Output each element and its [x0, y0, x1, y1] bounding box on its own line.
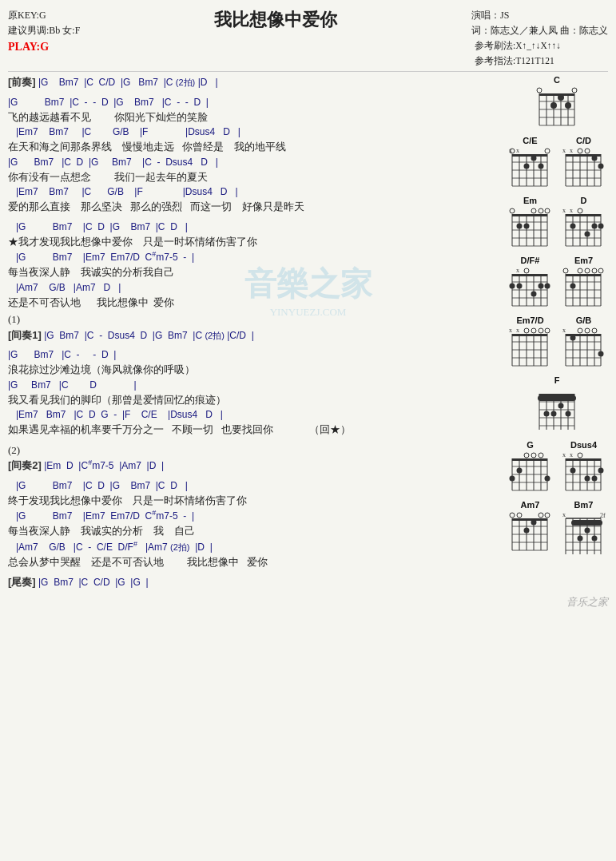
chord-DFs-name: D/F# [508, 256, 552, 265]
chord-diagrams-panel: C [503, 74, 608, 592]
chord-CE-diagram: x x [508, 146, 552, 190]
svg-point-168 [550, 411, 556, 417]
svg-rect-171 [512, 458, 547, 461]
v3l2-lyrics: 每当夜深人静 我诚实的分析 我 自己 [8, 523, 503, 539]
chord-F-diagram [535, 386, 579, 434]
chorus1b-lyrics: 每当夜深人静 我诚实的分析我自己 [8, 264, 503, 280]
svg-point-118 [585, 268, 590, 273]
chord-D-name: D [562, 196, 606, 205]
svg-text:x: x [516, 267, 519, 274]
v2l2-chords: |G Bm7 |C D | [8, 378, 503, 392]
svg-point-13 [565, 102, 571, 109]
v2l2-lyrics: 我又看见我们的脚印（那曾是爱情回忆的痕迹） [8, 392, 503, 408]
chord-Em7-diagram [562, 266, 606, 310]
chord-C-diagram [535, 85, 579, 129]
interlude1-label: [间奏1] [8, 329, 42, 341]
svg-text:x: x [570, 207, 573, 214]
section-v3: |G Bm7 |C D |G Bm7 |C D | 终于发现我比想像中爱你 只是… [8, 478, 503, 570]
svg-point-221 [524, 528, 530, 534]
v2l1-lyrics: 浪花掠过沙滩边境（海风就像你的呼吸） [8, 362, 503, 378]
svg-point-183 [531, 453, 536, 458]
svg-point-205 [598, 468, 604, 474]
svg-text:2fr: 2fr [600, 512, 606, 519]
chord-DFs-diagram: x [508, 266, 552, 310]
svg-point-187 [545, 476, 550, 482]
svg-rect-236 [571, 520, 602, 526]
section-interlude1: [间奏1] |G Bm7 |C - Dsus4 D |G Bm7 |C (2拍)… [8, 327, 503, 343]
interlude2-chords: [间奏2] |Em D |C#m7-5 |Am7 |D | [8, 458, 503, 474]
svg-point-67 [524, 224, 530, 229]
svg-rect-86 [512, 274, 547, 276]
svg-point-169 [558, 403, 563, 409]
chord-CD: C/D x x [562, 136, 606, 190]
chord-D: D x x [562, 196, 606, 250]
svg-point-137 [545, 328, 550, 333]
chord-Am7-name: Am7 [508, 500, 552, 510]
svg-point-154 [598, 351, 604, 357]
chord-G: G [508, 440, 552, 494]
intro-chords: [前奏] |G Bm7 |C C/D |G Bm7 |C (2拍) |D | [8, 74, 503, 90]
chord-GB-diagram: x [562, 326, 606, 370]
chord-C-name: C [535, 75, 579, 85]
v1l4-lyrics: 爱的那么直接 那么坚决 那么的强烈 而这一切 好像只是昨天 [8, 199, 503, 215]
svg-point-103 [545, 284, 550, 289]
play-key: PLAY:G [8, 38, 80, 56]
svg-rect-51 [512, 214, 547, 216]
svg-point-167 [543, 411, 549, 417]
v3l2-chords: |G Bm7 |Em7 Em7/D C#m7-5 - | [8, 508, 503, 523]
svg-text:x: x [562, 207, 566, 214]
svg-rect-16 [512, 154, 547, 157]
page: 原KEY:G 建议男调:Bb 女:F PLAY:G 我比想像中爱你 演唱：JS … [0, 0, 616, 617]
mark1: (1) [8, 311, 503, 327]
v1l3-chords: |G Bm7 |C D |G Bm7 |C - Dsus4 D | [8, 155, 503, 169]
chord-C: C [535, 75, 579, 129]
svg-point-63 [545, 208, 550, 213]
svg-text:x: x [562, 451, 566, 458]
chord-Em7D-diagram: x x [508, 326, 552, 370]
v1l2-chords: |Em7 Bm7 |C G/B |F |Dsus4 D | [8, 125, 503, 139]
svg-rect-206 [512, 518, 547, 521]
lyricist: 词：陈志义／兼人凤 曲：陈志义 [471, 23, 608, 38]
chord-G-name: G [508, 440, 552, 450]
svg-text:x: x [562, 327, 566, 334]
strum: 参考刷法:X↑_↑↓X↑↑↓ [475, 38, 608, 53]
v2l3-chords: |Em7 Bm7 |C D G - |F C/E |Dsus4 D | [8, 407, 503, 422]
svg-point-222 [531, 520, 537, 526]
header-right: 演唱：JS 词：陈志义／兼人凤 曲：陈志义 参考刷法:X↑_↑↓X↑↑↓ 参考指… [471, 8, 608, 68]
chord-Dsus4-diagram: x x [562, 450, 606, 494]
svg-point-47 [578, 149, 582, 153]
main-content: [前奏] |G Bm7 |C C/D |G Bm7 |C (2拍) |D | |… [8, 74, 608, 592]
chord-Em7D-name: Em7/D [508, 315, 552, 325]
chord-F: F [535, 375, 579, 434]
chord-CD-diagram: x x [562, 146, 606, 190]
svg-point-135 [531, 328, 536, 333]
svg-point-31 [539, 164, 544, 169]
chorus1-chords: |G Bm7 |C D |G Bm7 |C D | [8, 220, 503, 234]
v1l3-lyrics: 你有没有一点想念 我们一起去年的夏天 [8, 169, 503, 185]
svg-point-153 [570, 335, 576, 341]
svg-point-15 [550, 102, 557, 109]
chord-F-row: F [534, 375, 581, 434]
svg-point-136 [539, 328, 543, 333]
outro-label: [尾奏] [8, 576, 36, 588]
svg-rect-104 [566, 274, 601, 276]
svg-rect-188 [566, 458, 601, 461]
svg-point-50 [598, 164, 604, 169]
chord-Am7-diagram [508, 510, 552, 554]
chord-DFs-Em7-row: D/F# x [507, 255, 607, 311]
interlude1-chords: [间奏1] |G Bm7 |C - Dsus4 D |G Bm7 |C (2拍)… [8, 327, 503, 343]
svg-point-119 [578, 268, 582, 273]
svg-text:x: x [516, 327, 519, 334]
section-chorus1: |G Bm7 |C D |G Bm7 |C D | ★我才发现我比想像中爱你 只… [8, 220, 503, 311]
svg-point-81 [578, 208, 582, 213]
svg-point-203 [585, 476, 590, 482]
v1l4-chords: |Em7 Bm7 |C G/B |F |Dsus4 D | [8, 184, 503, 199]
svg-text:x: x [570, 147, 573, 154]
footer-text: 音乐之家 [566, 596, 608, 608]
svg-point-170 [565, 411, 570, 417]
svg-point-220 [539, 513, 543, 518]
chord-G-diagram [508, 450, 552, 494]
section-v2: |G Bm7 |C - - D | 浪花掠过沙滩边境（海风就像你的呼吸） |G … [8, 347, 503, 438]
svg-point-98 [524, 268, 529, 273]
svg-point-85 [598, 224, 604, 229]
